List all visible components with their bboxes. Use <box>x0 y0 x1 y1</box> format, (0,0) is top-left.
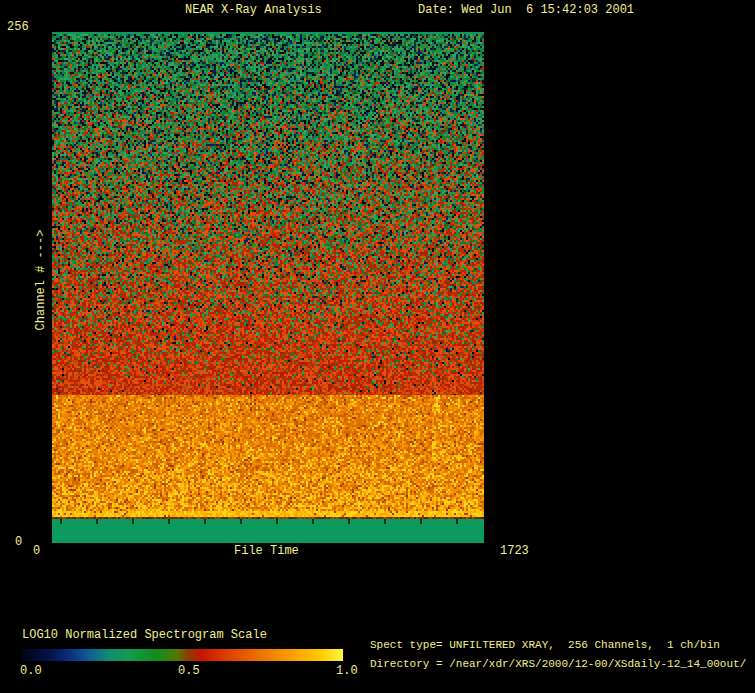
colorbar-gradient <box>22 649 343 661</box>
y-axis-max-label: 256 <box>7 21 29 34</box>
colorbar-title: LOG10 Normalized Spectrogram Scale <box>22 629 267 642</box>
colorbar-tick-min: 0.0 <box>20 665 42 678</box>
date-label: Date: Wed Jun 6 15:42:03 2001 <box>418 4 634 17</box>
y-axis-min-label: 0 <box>15 536 22 549</box>
colorbar-tick-mid: 0.5 <box>178 665 200 678</box>
spect-type-info: Spect type= UNFILTERED XRAY, 256 Channel… <box>370 639 720 652</box>
x-axis-title: File Time <box>234 545 299 558</box>
x-axis-min-label: 0 <box>33 545 40 558</box>
page-title: NEAR X-Ray Analysis <box>185 4 322 17</box>
colorbar-tick-max: 1.0 <box>336 665 358 678</box>
spectrogram-canvas <box>52 32 484 543</box>
y-axis-title: Channel # ---> <box>34 230 48 331</box>
near-xray-analysis-window: NEAR X-Ray Analysis Date: Wed Jun 6 15:4… <box>0 0 755 693</box>
directory-info: Directory = /near/xdr/XRS/2000/12-00/XSd… <box>370 658 746 671</box>
x-axis-max-label: 1723 <box>500 545 529 558</box>
